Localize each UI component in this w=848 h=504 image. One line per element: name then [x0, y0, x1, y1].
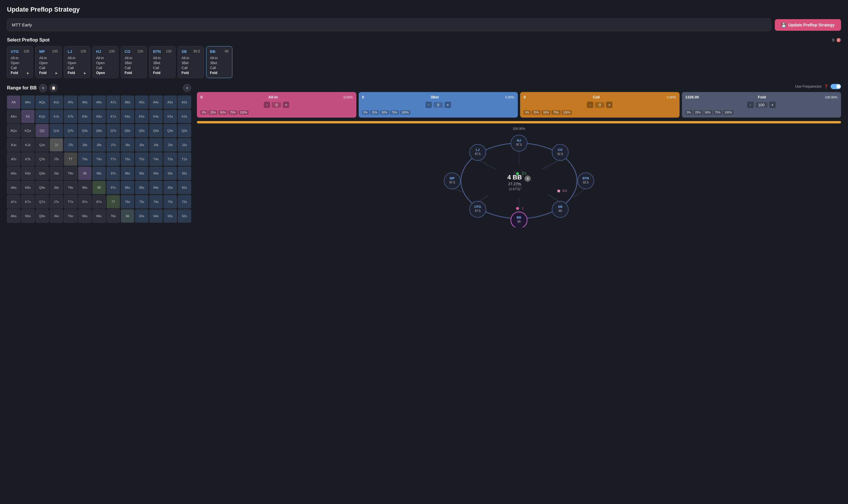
hand-cell-95s[interactable]: 95s [135, 167, 148, 180]
hand-cell-t3s[interactable]: T3s [163, 152, 177, 166]
hand-cell-62s[interactable]: 62s [178, 209, 191, 223]
hand-cell-j3s[interactable]: J3s [163, 138, 177, 151]
hand-cell-86o[interactable]: 86o [92, 209, 106, 223]
hand-cell-k5s[interactable]: K5s [135, 110, 148, 123]
ap-minus-threebet[interactable]: - [425, 102, 432, 108]
hand-cell-a7s[interactable]: A7s [107, 95, 120, 109]
hand-cell-aqo[interactable]: AQo [7, 124, 20, 137]
hand-cell-72s[interactable]: 72s [178, 195, 191, 209]
position-card-co[interactable]: CO 100 All-in3BetCall Fold [121, 46, 147, 78]
hand-cell-kts[interactable]: KTs [64, 110, 77, 123]
hand-cell-kqs[interactable]: KQs [35, 110, 49, 123]
hand-cell-66[interactable]: 66 [121, 209, 134, 223]
ap-shortcut-fold[interactable]: 25% [693, 110, 702, 115]
position-card-mp[interactable]: MP 100 All-inOpenCall Fold ▶ [35, 46, 61, 78]
hand-cell-96s[interactable]: 96s [121, 167, 134, 180]
hand-cell-q8s[interactable]: Q8s [92, 124, 106, 137]
hand-cell-j5s[interactable]: J5s [135, 138, 148, 151]
hand-cell-97s[interactable]: 97s [107, 167, 120, 180]
hand-cell-q8o[interactable]: Q8o [35, 181, 49, 194]
hand-cell-a5s[interactable]: A5s [135, 95, 148, 109]
hand-cell-94s[interactable]: 94s [149, 167, 163, 180]
hand-cell-t7o[interactable]: T7o [64, 195, 77, 209]
hand-cell-t9o[interactable]: T9o [64, 167, 77, 180]
hand-cell-q6o[interactable]: Q6o [35, 209, 49, 223]
hand-cell-65s[interactable]: 65s [135, 209, 148, 223]
position-card-bb[interactable]: BB 99 All-in3BetCall Fold [206, 46, 232, 78]
hand-cell-96o[interactable]: 96o [78, 209, 91, 223]
hand-cell-t4s[interactable]: T4s [149, 152, 163, 166]
hand-cell-75s[interactable]: 75s [135, 195, 148, 209]
hand-cell-t9s[interactable]: T9s [78, 152, 91, 166]
hand-cell-a7o[interactable]: A7o [7, 195, 20, 209]
hand-cell-j4s[interactable]: J4s [149, 138, 163, 151]
hand-cell-jto[interactable]: JTo [50, 152, 63, 166]
ap-shortcut-allin[interactable]: 25% [209, 110, 217, 115]
hand-cell-ajo[interactable]: AJo [7, 138, 20, 151]
hand-cell-83s[interactable]: 83s [163, 181, 177, 194]
ap-shortcut-call[interactable]: 50% [542, 110, 550, 115]
hand-cell-77[interactable]: 77 [107, 195, 120, 209]
ap-shortcut-threebet[interactable]: 50% [380, 110, 389, 115]
ap-minus-fold[interactable]: - [747, 102, 754, 108]
copy-icon-button[interactable]: ⧉ [39, 84, 47, 92]
hand-cell-t5s[interactable]: T5s [135, 152, 148, 166]
ap-minus-call[interactable]: - [587, 102, 593, 108]
hand-cell-a6s[interactable]: A6s [121, 95, 134, 109]
hand-cell-a9s[interactable]: A9s [78, 95, 91, 109]
hand-cell-j2s[interactable]: J2s [178, 138, 191, 151]
ap-shortcut-threebet[interactable]: 0% [362, 110, 369, 115]
hand-cell-kqo[interactable]: KQo [21, 124, 35, 137]
strategy-name-input[interactable] [7, 19, 771, 31]
hand-cell-87o[interactable]: 87o [92, 195, 106, 209]
position-card-sb[interactable]: SB 99.5 All-in3BetCall Fold [178, 46, 204, 78]
hand-cell-j7s[interactable]: J7s [107, 138, 120, 151]
hand-cell-k9s[interactable]: K9s [78, 110, 91, 123]
paste-icon-button[interactable]: 📋 [49, 84, 57, 92]
hand-cell-k9o[interactable]: K9o [21, 167, 35, 180]
ap-plus-allin[interactable]: + [283, 102, 289, 108]
ap-shortcut-allin[interactable]: 75% [228, 110, 237, 115]
ap-shortcut-threebet[interactable]: 100% [400, 110, 410, 115]
ap-minus-allin[interactable]: - [264, 102, 270, 108]
hand-cell-q7s[interactable]: Q7s [107, 124, 120, 137]
hand-cell-jj[interactable]: JJ [50, 138, 63, 151]
hand-cell-k4s[interactable]: K4s [149, 110, 163, 123]
hand-cell-j9s[interactable]: J9s [78, 138, 91, 151]
hand-cell-a8o[interactable]: A8o [7, 181, 20, 194]
hand-cell-93s[interactable]: 93s [163, 167, 177, 180]
hand-cell-98o[interactable]: 98o [78, 181, 91, 194]
hand-cell-a2s[interactable]: A2s [178, 95, 191, 109]
hand-cell-a4s[interactable]: A4s [149, 95, 163, 109]
hand-cell-84s[interactable]: 84s [149, 181, 163, 194]
hand-cell-76s[interactable]: 76s [121, 195, 134, 209]
hand-cell-k2s[interactable]: K2s [178, 110, 191, 123]
ap-shortcut-call[interactable]: 25% [532, 110, 541, 115]
hand-cell-76o[interactable]: 76o [107, 209, 120, 223]
position-card-lj[interactable]: LJ 100 All-inOpenCall Fold ▶ [64, 46, 90, 78]
ap-shortcut-call[interactable]: 100% [562, 110, 572, 115]
hand-cell-k6o[interactable]: K6o [21, 209, 35, 223]
hand-cell-kk[interactable]: KK [21, 110, 35, 123]
hand-cell-q7o[interactable]: Q7o [35, 195, 49, 209]
ap-shortcut-threebet[interactable]: 25% [370, 110, 379, 115]
hand-cell-qto[interactable]: QTo [35, 152, 49, 166]
hand-cell-kjs[interactable]: KJs [50, 110, 63, 123]
hand-cell-q6s[interactable]: Q6s [121, 124, 134, 137]
hand-cell-j7o[interactable]: J7o [50, 195, 63, 209]
hand-cell-97o[interactable]: 97o [78, 195, 91, 209]
hand-cell-a8s[interactable]: A8s [92, 95, 106, 109]
hand-cell-q9s[interactable]: Q9s [78, 124, 91, 137]
hand-cell-kto[interactable]: KTo [21, 152, 35, 166]
ap-shortcut-fold[interactable]: 100% [723, 110, 734, 115]
hand-cell-t8o[interactable]: T8o [64, 181, 77, 194]
hand-cell-88[interactable]: 88 [92, 181, 106, 194]
ap-shortcut-allin[interactable]: 100% [238, 110, 249, 115]
hand-cell-jts[interactable]: JTs [64, 138, 77, 151]
hand-cell-k3s[interactable]: K3s [163, 110, 177, 123]
hand-cell-qjo[interactable]: QJo [35, 138, 49, 151]
hand-cell-j8s[interactable]: J8s [92, 138, 106, 151]
hand-cell-82s[interactable]: 82s [178, 181, 191, 194]
hand-cell-aa[interactable]: AA [7, 95, 20, 109]
hand-cell-j8o[interactable]: J8o [50, 181, 63, 194]
